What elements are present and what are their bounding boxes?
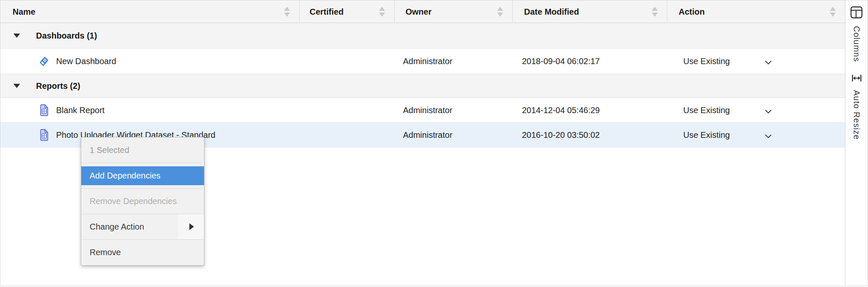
menu-item-label: Remove Dependencies	[90, 197, 177, 206]
chevron-down-icon[interactable]	[765, 108, 772, 113]
menu-item-label: Change Action	[90, 222, 144, 232]
auto-resize-button-label: Auto Resize	[852, 90, 861, 140]
column-header-date-modified-label: Date Modified	[524, 7, 579, 17]
date-modified-cell: 2018-09-04 06:02:17	[522, 57, 600, 66]
columns-icon	[850, 6, 863, 21]
selection-count-label: 1 Selected	[90, 145, 129, 155]
auto-resize-icon	[851, 73, 862, 85]
action-dropdown-value[interactable]: Use Existing	[683, 106, 730, 115]
menu-item-label: Remove	[90, 248, 121, 257]
sort-arrows-icon	[652, 7, 658, 17]
chevron-down-icon[interactable]	[765, 133, 772, 137]
import-objects-screen: Name Certified Owner Date Modified Actio…	[0, 0, 868, 287]
column-header-action[interactable]: Action	[667, 0, 845, 23]
action-dropdown-value[interactable]: Use Existing	[683, 130, 730, 140]
menu-item-remove[interactable]: Remove	[81, 240, 204, 265]
sort-arrows-icon	[379, 7, 385, 17]
collapse-triangle-icon[interactable]	[13, 34, 20, 38]
chevron-down-icon[interactable]	[765, 59, 772, 64]
column-header-name[interactable]: Name	[0, 0, 299, 23]
menu-item-remove-dependencies: Remove Dependencies	[81, 189, 204, 214]
date-modified-cell: 2014-12-04 05:46:29	[522, 106, 600, 115]
sort-arrows-icon	[497, 7, 503, 17]
context-menu-selection-count: 1 Selected	[81, 137, 204, 163]
columns-button[interactable]: Columns	[850, 6, 863, 62]
auto-resize-button[interactable]: Auto Resize	[851, 73, 862, 140]
owner-cell: Administrator	[403, 57, 452, 66]
group-row-reports[interactable]: Reports (2)	[0, 74, 845, 98]
object-name: Blank Report	[56, 106, 105, 115]
dashboard-icon	[38, 55, 50, 67]
column-header-owner[interactable]: Owner	[394, 0, 512, 23]
date-modified-cell: 2016-10-20 03:50:02	[522, 130, 600, 140]
action-dropdown-value[interactable]: Use Existing	[683, 57, 730, 66]
column-header-date-modified[interactable]: Date Modified	[512, 0, 667, 23]
menu-item-change-action[interactable]: Change Action	[81, 214, 204, 240]
column-header-name-label: Name	[13, 7, 35, 17]
group-label: Dashboards (1)	[36, 31, 97, 41]
table-tools-rail: Columns Auto Resize	[845, 0, 868, 285]
column-header-certified-label: Certified	[310, 7, 344, 17]
report-icon	[38, 104, 50, 116]
column-header-action-label: Action	[679, 7, 705, 17]
sort-arrows-icon	[830, 7, 836, 17]
report-icon	[38, 129, 50, 141]
submenu-arrow-icon	[189, 223, 194, 230]
table-row-new-dashboard[interactable]: New Dashboard Administrator 2018-09-04 0…	[0, 49, 845, 74]
table-row-blank-report[interactable]: Blank Report Administrator 2014-12-04 05…	[0, 98, 845, 123]
collapse-triangle-icon[interactable]	[13, 84, 20, 88]
objects-table-panel: Name Certified Owner Date Modified Actio…	[0, 0, 868, 286]
column-header-certified[interactable]: Certified	[299, 0, 394, 23]
group-label: Reports (2)	[36, 81, 80, 91]
context-menu: 1 Selected Add Dependencies Remove Depen…	[81, 137, 204, 266]
table-header-row: Name Certified Owner Date Modified Actio…	[0, 0, 845, 23]
column-header-owner-label: Owner	[406, 7, 431, 17]
menu-item-label: Add Dependencies	[90, 171, 160, 181]
menu-item-add-dependencies[interactable]: Add Dependencies	[81, 163, 204, 189]
owner-cell: Administrator	[403, 130, 452, 140]
sort-arrows-icon	[284, 7, 290, 17]
columns-button-label: Columns	[852, 26, 861, 62]
owner-cell: Administrator	[403, 106, 452, 115]
menu-item-highlight[interactable]: Add Dependencies	[81, 166, 204, 185]
object-name: New Dashboard	[56, 57, 116, 66]
group-row-dashboards[interactable]: Dashboards (1)	[0, 23, 845, 49]
